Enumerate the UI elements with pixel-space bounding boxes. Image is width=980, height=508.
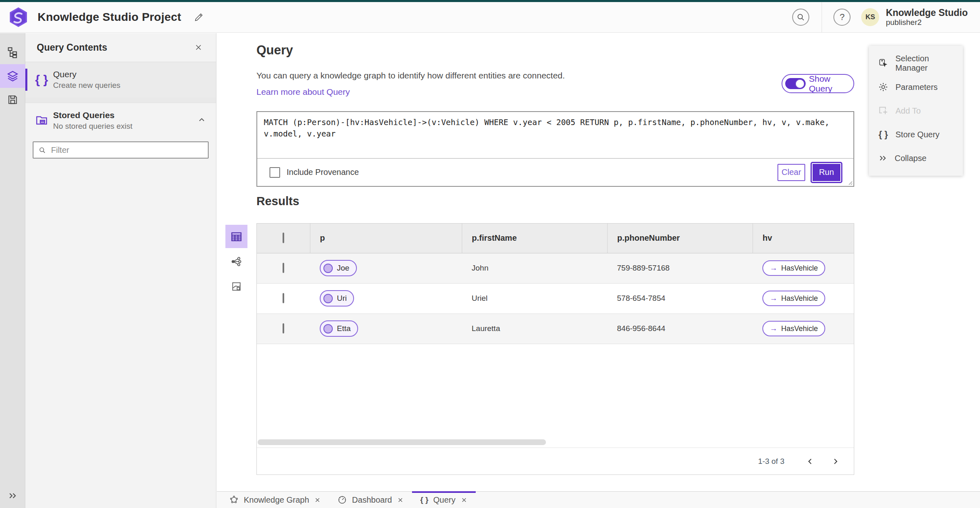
node-chip[interactable]: Etta (320, 320, 358, 337)
pencil-icon (194, 12, 204, 22)
row-checkbox[interactable] (283, 263, 284, 273)
braces-icon: { } (420, 495, 428, 504)
query-contents-panel: Query Contents { } Query Create new quer… (25, 33, 216, 508)
knowledge-studio-logo-icon (9, 7, 28, 27)
column-header-firstname: p.firstName (462, 224, 607, 253)
query-editor-container: MATCH (p:Person)-[hv:HasVehicle]->(v:Veh… (256, 111, 854, 187)
graph-view-button[interactable] (225, 250, 247, 273)
row-checkbox[interactable] (283, 293, 284, 303)
include-provenance-label: Include Provenance (287, 168, 359, 177)
user-name: Knowledge Studio (886, 7, 968, 18)
user-menu[interactable]: Knowledge Studio publisher2 (886, 7, 968, 27)
show-query-toggle[interactable]: Show Query (782, 74, 854, 93)
resize-handle-icon[interactable] (847, 179, 853, 185)
cell-phonenumber: 759-889-57168 (607, 253, 753, 283)
rail-item-model-hierarchy[interactable] (0, 40, 25, 64)
tab-query[interactable]: { } Query (412, 492, 476, 508)
parameters-button[interactable]: Parameters (869, 75, 963, 99)
network-icon (231, 256, 242, 267)
stored-queries-section-header[interactable]: Stored Queries No stored queries exist (25, 103, 216, 135)
column-header-p: p (310, 224, 462, 253)
braces-icon: { } (35, 73, 53, 87)
app-header: Knowledge Studio Project ? KS Knowl (0, 2, 980, 33)
double-chevron-right-icon (878, 153, 888, 163)
bottom-tab-bar: Knowledge Graph Dashboard { } Query (217, 491, 980, 508)
close-tab-button[interactable] (461, 497, 468, 504)
collapse-stored-queries-button[interactable] (197, 115, 206, 126)
next-page-button[interactable] (829, 454, 842, 468)
run-button[interactable]: Run (812, 163, 841, 182)
cell-phonenumber: 846-956-8644 (607, 313, 753, 344)
show-query-label: Show Query (809, 74, 853, 94)
help-button[interactable]: ? (833, 9, 851, 26)
node-dot-icon (323, 264, 333, 273)
user-avatar[interactable]: KS (861, 8, 879, 26)
arrow-right-icon: → (770, 324, 777, 333)
stored-queries-filter[interactable] (33, 141, 209, 159)
edge-chip[interactable]: →HasVehicle (762, 260, 825, 276)
search-icon (38, 146, 46, 154)
tab-knowledge-graph[interactable]: Knowledge Graph (221, 492, 329, 508)
close-panel-button[interactable] (192, 41, 205, 54)
column-header-hv: hv (753, 224, 854, 253)
panel-title: Query Contents (37, 42, 107, 53)
cell-firstname: Lauretta (462, 313, 607, 344)
main-content: Query You can query a knowledge graph to… (217, 33, 980, 491)
column-header-phonenumber: p.phoneNumber (607, 224, 753, 253)
node-chip[interactable]: Uri (320, 290, 354, 307)
close-tab-button[interactable] (314, 497, 321, 504)
query-code-input[interactable]: MATCH (p:Person)-[hv:HasVehicle]->(v:Veh… (257, 112, 853, 159)
selection-manager-button[interactable]: Selection Manager (869, 51, 963, 75)
cell-firstname: John (462, 253, 607, 283)
add-to-icon (878, 105, 889, 116)
save-icon (7, 94, 18, 105)
store-query-button[interactable]: { } Store Query (869, 123, 963, 146)
row-checkbox[interactable] (283, 323, 284, 333)
table-header-row: p p.firstName p.phoneNumber hv (257, 224, 854, 253)
add-to-button[interactable]: Add To (869, 99, 963, 123)
query-description: You can query a knowledge graph to ident… (256, 71, 565, 81)
map-view-button[interactable] (225, 275, 247, 298)
edge-chip[interactable]: →HasVehicle (762, 291, 825, 306)
horizontal-scrollbar (258, 439, 854, 445)
user-role: publisher2 (886, 18, 968, 27)
tab-dashboard[interactable]: Dashboard (329, 492, 412, 508)
chevron-right-icon (831, 457, 840, 465)
node-dot-icon (323, 324, 333, 333)
table-view-button[interactable] (225, 225, 247, 248)
results-title: Results (256, 195, 299, 208)
knowledge-graph-icon (229, 495, 239, 505)
previous-page-button[interactable] (803, 454, 817, 468)
include-provenance-checkbox[interactable] (270, 167, 280, 178)
arrow-right-icon: → (770, 294, 777, 303)
table-row: Etta Lauretta 846-956-8644 →HasVehicle (257, 313, 854, 344)
arrow-right-icon: → (770, 264, 777, 273)
filter-input[interactable] (51, 145, 203, 155)
clear-button[interactable]: Clear (777, 164, 805, 181)
cell-firstname: Uriel (462, 283, 607, 313)
stored-queries-subtitle: No stored queries exist (53, 122, 132, 131)
learn-more-link[interactable]: Learn more about Query (256, 87, 350, 97)
double-chevron-right-icon (7, 490, 18, 501)
global-search-button[interactable] (792, 9, 809, 26)
knowledge-studio-app: Knowledge Studio Project ? KS Knowl (0, 0, 980, 508)
edit-project-title-button[interactable] (192, 10, 206, 24)
rail-item-save[interactable] (0, 88, 25, 112)
gear-icon (878, 82, 889, 92)
sidebar-item-query[interactable]: { } Query Create new queries (25, 62, 216, 97)
rail-item-contents[interactable] (0, 64, 25, 88)
scrollbar-thumb[interactable] (258, 439, 546, 445)
table-icon (230, 231, 243, 243)
panel-header: Query Contents (25, 33, 216, 62)
panel-section-gap (25, 97, 216, 103)
pagination-range: 1-3 of 3 (758, 457, 784, 466)
expand-rail-button[interactable] (0, 488, 25, 504)
edge-chip[interactable]: →HasVehicle (762, 321, 825, 336)
results-table: p p.firstName p.phoneNumber hv Joe John … (257, 224, 854, 344)
braces-icon: { } (878, 129, 889, 140)
select-all-checkbox[interactable] (283, 233, 284, 243)
page-title: Query (256, 43, 293, 58)
collapse-panel-button[interactable]: Collapse (869, 146, 963, 170)
close-tab-button[interactable] (397, 497, 404, 504)
node-chip[interactable]: Joe (320, 260, 357, 276)
